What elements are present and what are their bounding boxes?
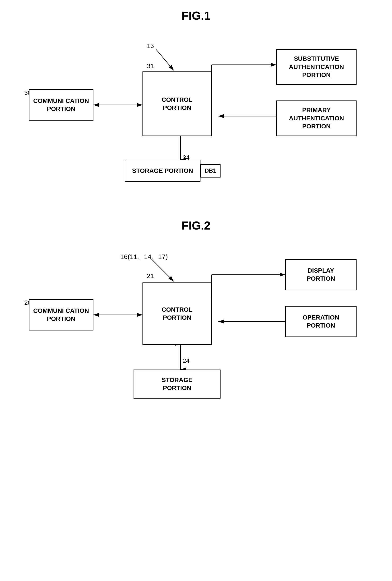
svg-line-6 <box>156 49 174 70</box>
ref-31: 31 <box>147 62 154 70</box>
svg-line-16 <box>151 259 174 281</box>
fig1-title: FIG.1 <box>13 9 379 22</box>
communication-box-fig2: COMMUNI CATION PORTION <box>29 299 93 330</box>
ref-21: 21 <box>147 272 154 280</box>
ref-16: 16(11、14、17) <box>120 252 168 262</box>
control-box-fig2: CONTROL PORTION <box>143 282 212 345</box>
display-box-fig2: DISPLAY PORTION <box>285 259 357 290</box>
ref-13: 13 <box>147 42 154 50</box>
ref-24: 24 <box>183 357 190 364</box>
primary-box-fig1: PRIMARY AUTHENTICATION PORTION <box>276 100 357 136</box>
page: FIG.1 13 30 31 32 33 34 <box>0 0 392 581</box>
storage-box-fig1: STORAGE PORTION <box>125 160 200 182</box>
control-box-fig1: CONTROL PORTION <box>143 72 212 136</box>
fig2-title: FIG.2 <box>13 219 379 232</box>
db1-box-fig1: DB1 <box>200 164 220 178</box>
communication-box-fig1: COMMUNI CATION PORTION <box>29 89 93 120</box>
storage-row-fig1: STORAGE PORTION DB1 <box>125 160 220 182</box>
fig1-diagram: 13 30 31 32 33 34 <box>18 36 374 192</box>
storage-box-fig2: STORAGE PORTION <box>134 370 220 398</box>
substitutive-box-fig1: SUBSTITUTIVE AUTHENTICATION PORTION <box>276 49 357 85</box>
operation-box-fig2: OPERATION PORTION <box>285 306 357 337</box>
fig2-diagram: 16(11、14、17) 20 21 22 23 24 <box>18 246 374 413</box>
